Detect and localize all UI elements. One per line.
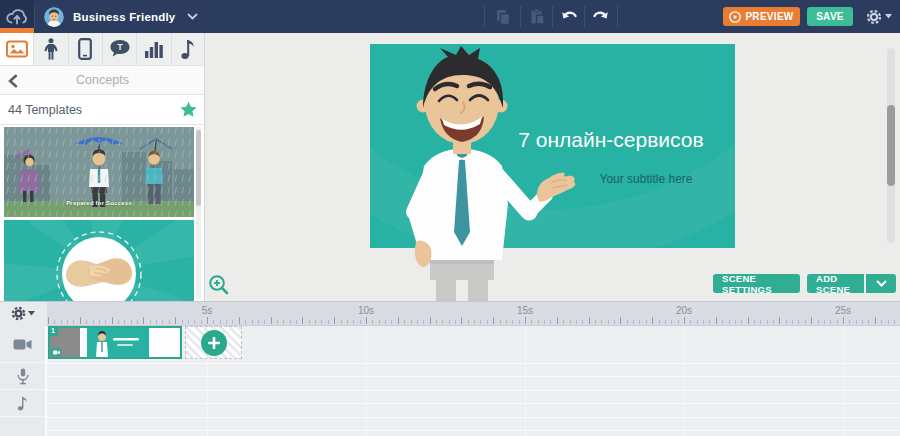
template-scrollbar-thumb[interactable] (196, 130, 201, 206)
add-scene-button[interactable]: ADD SCENE (807, 274, 864, 293)
timeline-scene-clip[interactable] (48, 326, 182, 359)
grid-line (366, 326, 367, 436)
grid-line (525, 326, 526, 436)
timeline-settings-cell (0, 302, 47, 326)
gear-icon (11, 306, 26, 321)
stage-scrollbar-thumb[interactable] (887, 105, 895, 186)
template-item-prepared-for-success[interactable]: Prepared for Success (4, 127, 194, 217)
caret-down-icon (885, 14, 892, 19)
ruler-label: 5s (195, 305, 219, 316)
cloud-upload-icon (5, 6, 29, 28)
clip-scene-preview (87, 328, 149, 357)
panel-border (204, 33, 205, 301)
music-note-icon (17, 396, 28, 411)
divider (617, 6, 618, 27)
tab-characters[interactable] (34, 33, 68, 65)
paste-button[interactable] (521, 0, 552, 33)
phone-icon (78, 38, 92, 60)
tab-charts[interactable] (137, 33, 171, 65)
preview-button[interactable]: PREVIEW (723, 7, 800, 26)
grid-line (47, 403, 900, 404)
template-list: Prepared for Success (0, 125, 205, 301)
grid-line (47, 430, 900, 431)
template-item-handshake[interactable] (4, 220, 194, 301)
timeline-settings-button[interactable] (11, 306, 35, 321)
timeline-ruler[interactable]: 5s 10s 15s 20s 25s (47, 302, 900, 326)
person-icon (41, 38, 61, 60)
stage-buttons: SCENE SETTINGS ADD SCENE (713, 274, 896, 293)
grid-line (47, 376, 900, 377)
preview-label: PREVIEW (745, 11, 793, 22)
undo-button[interactable] (553, 0, 584, 33)
save-label: SAVE (816, 11, 844, 22)
music-note-icon (180, 38, 196, 60)
video-camera-icon (13, 338, 32, 351)
canvas-zoom-button[interactable] (208, 274, 230, 296)
speech-bubble-icon: T (109, 39, 131, 59)
gear-icon (866, 9, 882, 25)
add-scene-label: ADD SCENE (816, 273, 855, 295)
tab-properties[interactable] (69, 33, 103, 65)
clip-section (149, 328, 180, 357)
caret-down-icon (28, 311, 35, 316)
magnifier-plus-icon (208, 274, 230, 296)
grid-line (684, 326, 685, 436)
category-header: Concepts (0, 66, 205, 95)
svg-text:T: T (117, 42, 123, 52)
camera-marker-icon (51, 348, 61, 356)
project-name: Business Friendly (73, 11, 175, 23)
ruler-label: 15s (513, 305, 537, 316)
add-scene-dropdown-button[interactable] (866, 274, 896, 293)
category-title: Concepts (0, 73, 205, 87)
copy-button[interactable] (487, 0, 518, 33)
tab-text[interactable]: T (103, 33, 137, 65)
timeline: 5s 10s 15s 20s 25s (0, 301, 900, 436)
grid-line (843, 326, 844, 436)
divider (484, 6, 485, 27)
image-icon (6, 40, 28, 58)
active-tab-accent (0, 28, 34, 33)
play-circle-icon (729, 11, 741, 23)
chevron-down-icon (876, 280, 887, 287)
plus-icon (201, 330, 227, 356)
undo-icon (560, 9, 578, 25)
tab-backgrounds[interactable] (0, 33, 34, 65)
video-track-header[interactable] (0, 326, 45, 363)
grid-line (47, 390, 900, 391)
grid-line (47, 417, 900, 418)
ruler-label: 10s (354, 305, 378, 316)
templates-count: 44 Templates (8, 103, 82, 117)
save-button[interactable]: SAVE (807, 7, 853, 26)
scene-number-badge: 1 (48, 326, 58, 336)
handshake-preview (4, 220, 194, 301)
paste-icon (528, 8, 546, 26)
copy-icon (494, 8, 512, 26)
top-bar-right-group: PREVIEW SAVE (723, 7, 892, 26)
timeline-tracks: 1 (0, 326, 900, 436)
project-switcher-dropdown[interactable]: Business Friendly (38, 0, 203, 33)
track-labels-column (0, 326, 47, 436)
redo-button[interactable] (585, 0, 616, 33)
audio-track-header[interactable] (0, 363, 45, 390)
ruler-label: 25s (831, 305, 855, 316)
templates-panel: Concepts 44 Templates (0, 66, 205, 301)
star-icon[interactable] (180, 101, 197, 118)
divider (34, 6, 35, 27)
tab-music[interactable] (172, 33, 205, 65)
add-scene-split-button: ADD SCENE (807, 274, 896, 293)
bar-chart-icon (144, 40, 164, 58)
music-track-header[interactable] (0, 390, 45, 417)
asset-tab-bar: T (0, 33, 205, 66)
presenter-character[interactable] (390, 46, 585, 302)
clip-section (80, 328, 87, 357)
timeline-ruler-row: 5s 10s 15s 20s 25s (0, 302, 900, 326)
timeline-add-scene-tile[interactable] (185, 326, 242, 359)
grid-line (47, 363, 900, 364)
scene-settings-button[interactable]: SCENE SETTINGS (713, 274, 800, 293)
microphone-icon (17, 368, 29, 385)
templates-header: 44 Templates (0, 95, 205, 125)
settings-menu-button[interactable] (866, 9, 892, 25)
scene-settings-label: SCENE SETTINGS (722, 273, 791, 295)
video-editor-app: Business Friendly (0, 0, 900, 436)
avatar (44, 7, 64, 27)
